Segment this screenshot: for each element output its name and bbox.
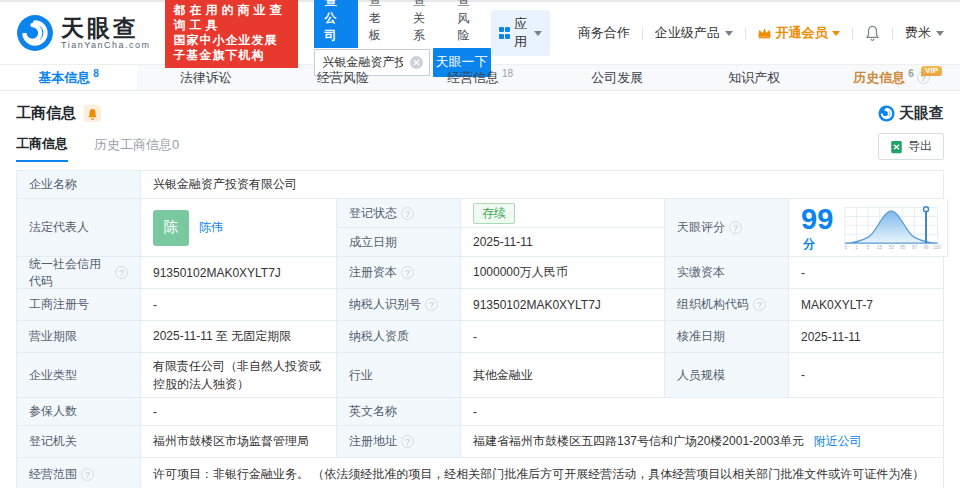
reg-capital-label: 注册资本 (337, 257, 461, 289)
table-row: 营业期限 2025-11-11 至 无固定期限 纳税人资质 - 核准日期 202… (17, 321, 944, 353)
staff-label: 人员规模 (665, 353, 789, 398)
table-row: 企业名称 兴银金融资产投资有限公司 (17, 171, 944, 199)
taxpayer-qual-label: 纳税人资质 (337, 321, 461, 353)
search-tab-boss[interactable]: 查老板 (358, 0, 402, 48)
reg-status-cell: 存续 (461, 199, 665, 228)
address-value: 福建省福州市鼓楼区五四路137号信和广场20楼2001-2003单元 (473, 433, 804, 450)
table-row: 经营范围 许可项目：非银行金融业务。 （依法须经批准的项目，经相关部门批准后方可… (17, 458, 944, 488)
tab-label: 公司发展 (591, 69, 643, 87)
export-button[interactable]: 导出 (878, 133, 944, 160)
address-cell: 福建省福州市鼓楼区五四路137号信和广场20楼2001-2003单元 附近公司 (461, 426, 944, 458)
en-name-label: 英文名称 (337, 398, 461, 426)
business-info-table: 企业名称 兴银金融资产投资有限公司 法定代表人 陈 陈伟 登记状态 存续 (16, 170, 944, 488)
tab-legal-proceedings[interactable]: 法律诉讼 (137, 65, 274, 90)
table-row: 参保人数 - 英文名称 - (17, 398, 944, 426)
scope-value: 许可项目：非银行金融业务。 （依法须经批准的项目，经相关部门批准后方可开展经营活… (141, 458, 944, 488)
promo-banner: 都在用的商业查询工具 国家中小企业发展子基金旗下机构 (165, 0, 298, 68)
notification-bell-icon[interactable] (853, 25, 892, 41)
search-tab-relation[interactable]: 查关系 (402, 0, 446, 48)
help-icon[interactable] (401, 435, 414, 448)
subtab-business-info[interactable]: 工商信息 (16, 135, 68, 162)
scope-label: 经营范围 (17, 458, 141, 488)
credit-code-label: 统一社会信用代码 (17, 257, 141, 289)
tianyancha-logo[interactable]: 天眼查 TianYanCha.com (16, 14, 151, 52)
tianyancha-watermark-icon (878, 105, 895, 122)
tab-label: 历史信息 (853, 69, 905, 87)
user-menu[interactable]: 费米 (893, 24, 944, 42)
paid-capital-label: 实缴资本 (665, 257, 789, 289)
credit-code-label-text: 统一社会信用代码 (29, 256, 111, 290)
menu-enterprise-products[interactable]: 企业级产品 (643, 24, 745, 42)
tab-company-development[interactable]: 公司发展 (549, 65, 686, 90)
chevron-down-icon (936, 31, 944, 36)
tab-operation-risk[interactable]: 经营风险 (274, 65, 411, 90)
tab-count: 6 (908, 68, 914, 79)
help-icon[interactable] (401, 207, 414, 220)
company-name-value: 兴银金融资产投资有限公司 (141, 171, 944, 199)
reg-capital-label-text: 注册资本 (349, 264, 397, 281)
open-vip-label: 开通会员 (775, 24, 827, 42)
org-code-value: MAK0XYLT-7 (789, 289, 944, 321)
nearby-companies-link[interactable]: 附近公司 (814, 433, 862, 450)
search-tabs: 查公司 查老板 查关系 查风险 (314, 0, 491, 48)
paid-capital-value: - (789, 257, 944, 289)
user-name: 费米 (905, 24, 931, 42)
logo-domain: TianYanCha.com (61, 40, 151, 50)
apps-menu[interactable]: 应用 (491, 10, 550, 56)
tab-operation-info[interactable]: 经营信息 18 (411, 65, 548, 90)
svg-text:97: 97 (912, 245, 917, 250)
company-nav-tabs: 基本信息 8 法律诉讼 经营风险 经营信息 18 公司发展 知识产权 VIP 历… (0, 64, 960, 91)
help-icon[interactable] (753, 298, 766, 311)
en-name-value: - (461, 398, 944, 426)
address-label: 注册地址 (337, 426, 461, 458)
org-code-label: 组织机构代码 (665, 289, 789, 321)
scope-label-text: 经营范围 (29, 466, 77, 483)
crown-icon (757, 27, 772, 39)
reg-capital-value: 1000000万人民币 (461, 257, 665, 289)
table-row: 企业类型 有限责任公司（非自然人投资或控股的法人独资） 行业 其他金融业 人员规… (17, 353, 944, 398)
approve-date-label: 核准日期 (665, 321, 789, 353)
credit-code-value: 91350102MAK0XYLT7J (141, 257, 337, 289)
tab-history-info[interactable]: VIP 历史信息 6 (823, 65, 960, 90)
tab-label: 经营风险 (317, 69, 369, 87)
promo-line1: 都在用的商业查询工具 (174, 3, 289, 33)
brand-watermark-label: 天眼查 (899, 104, 944, 123)
subtab-history-business-info[interactable]: 历史工商信息0 (94, 136, 179, 161)
help-icon[interactable] (401, 266, 414, 279)
subscribe-bell-icon[interactable] (84, 105, 101, 122)
help-icon[interactable] (729, 221, 742, 234)
chevron-down-icon (534, 31, 542, 36)
term-label: 营业期限 (17, 321, 141, 353)
menu-business-cooperation[interactable]: 商务合作 (566, 24, 642, 42)
company-type-label: 企业类型 (17, 353, 141, 398)
tab-basic-info[interactable]: 基本信息 8 (0, 65, 137, 90)
search-tab-risk[interactable]: 查风险 (446, 0, 490, 48)
help-icon[interactable] (115, 266, 128, 279)
org-code-label-text: 组织机构代码 (677, 296, 749, 313)
legal-rep-cell: 陈 陈伟 (141, 199, 337, 257)
menu-open-vip[interactable]: 开通会员 (745, 24, 852, 42)
tab-label: 经营信息 (447, 69, 499, 87)
help-icon[interactable] (81, 468, 94, 481)
insured-label: 参保人数 (17, 398, 141, 426)
chevron-down-icon (725, 31, 733, 36)
legal-rep-link[interactable]: 陈伟 (199, 219, 223, 236)
search-tab-company[interactable]: 查公司 (314, 0, 358, 48)
enterprise-products-label: 企业级产品 (655, 24, 720, 42)
section-title: 工商信息 (16, 104, 76, 123)
reg-status-label: 登记状态 (337, 199, 461, 228)
tab-count: 8 (93, 68, 99, 79)
svg-text:85: 85 (900, 245, 905, 250)
reg-no-label: 工商注册号 (17, 289, 141, 321)
svg-text:5: 5 (867, 245, 870, 250)
svg-text:1: 1 (855, 245, 858, 250)
company-type-value: 有限责任公司（非自然人投资或控股的法人独资） (141, 353, 337, 398)
taxpayer-qual-value: - (461, 321, 665, 353)
authority-label: 登记机关 (17, 426, 141, 458)
help-icon[interactable] (425, 298, 438, 311)
legal-rep-avatar[interactable]: 陈 (153, 210, 189, 246)
address-label-text: 注册地址 (349, 433, 397, 450)
svg-text:15: 15 (877, 245, 882, 250)
tab-intellectual-property[interactable]: 知识产权 (686, 65, 823, 90)
reg-status-label-text: 登记状态 (349, 205, 397, 222)
